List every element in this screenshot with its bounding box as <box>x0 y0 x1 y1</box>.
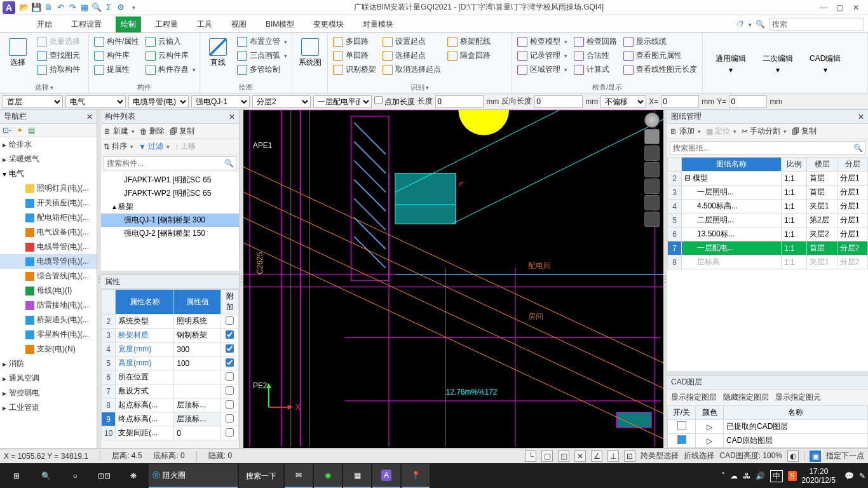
comp-row-sel[interactable]: 强电QJ-1 [钢制桥架 300 <box>101 214 239 227</box>
new-comp[interactable]: 🗎 新建 <box>104 126 135 137</box>
view-iso[interactable] <box>644 162 660 177</box>
maximize-button[interactable]: ▢ <box>836 3 845 12</box>
layer-tab-elem[interactable]: 显示指定图元 <box>775 392 821 403</box>
ptlen-check[interactable]: 点加长度 <box>374 96 415 107</box>
poly-select[interactable]: 折线选择 <box>684 451 714 461</box>
len-input[interactable] <box>435 95 484 108</box>
tray-up[interactable]: ˄ <box>721 471 725 480</box>
save-as-icon[interactable]: 🗎 <box>43 3 53 13</box>
nav-pin-icon[interactable]: ✕ <box>86 112 93 121</box>
snap-7[interactable]: ⊡ <box>624 451 635 462</box>
comp-list[interactable]: JFAPKT-WP1 [明配SC 65 JFAPKT-WP2 [明配SC 65 … <box>101 172 239 271</box>
comp-row[interactable]: JFAPKT-WP2 [明配SC 65 <box>101 187 239 200</box>
nav-sphere[interactable] <box>644 112 660 128</box>
type-select[interactable]: 电缆导管(电) <box>128 95 189 108</box>
redo-icon[interactable]: ↷ <box>67 3 78 13</box>
group-recog-label[interactable]: 识别 <box>328 83 512 92</box>
check-model[interactable]: 检查模型 <box>516 36 569 48</box>
nav-elec-1[interactable]: 开关插座(电)(... <box>0 196 97 210</box>
filter-comp[interactable]: ▼ 过滤 <box>139 141 170 152</box>
tray-net[interactable]: 🖧 <box>743 471 750 480</box>
tab-draw[interactable]: 绘制 <box>116 17 141 32</box>
tray-clock[interactable]: 17:202020/12/5 <box>802 467 839 485</box>
prop-grid[interactable]: 属性名称属性值附加 2系统类型照明系统 3桥架材质钢制桥架 4宽度(mm)300… <box>101 289 239 440</box>
nav-weak[interactable]: ▸ 智控弱电 <box>0 386 97 400</box>
view-linelen[interactable]: 查看线性图元长度 <box>622 64 698 76</box>
record-mgr[interactable]: 记录管理 <box>516 50 569 62</box>
tray-notif[interactable]: 💬 <box>844 471 854 480</box>
set-start[interactable]: 设置起点 <box>381 36 442 48</box>
ribbon-search-input[interactable] <box>769 18 864 30</box>
tab-tools[interactable]: 工具 <box>192 17 217 32</box>
check-loop[interactable]: 检查回路 <box>573 36 618 48</box>
dwg-search[interactable] <box>670 141 865 155</box>
tray-pen[interactable]: ✎ <box>859 471 865 480</box>
view-fit[interactable] <box>644 195 660 210</box>
snap-6[interactable]: ⊥ <box>607 451 619 462</box>
plan-select[interactable]: 一层配电平面图 <box>313 95 372 108</box>
nav-elec-11[interactable]: 支架(电)(N) <box>0 342 97 356</box>
search-icon[interactable]: 🔍 <box>853 144 863 152</box>
nav-elec-6[interactable]: 综合管线(电)(... <box>0 269 97 283</box>
undo-icon[interactable]: ↶ <box>55 3 65 13</box>
box-loop[interactable]: 隔盒回路 <box>446 50 492 62</box>
three-pt-arc[interactable]: 三点画弧 <box>236 50 288 62</box>
hint-icon[interactable]: ▣ <box>810 451 821 462</box>
tab-view[interactable]: 视图 <box>226 17 252 32</box>
close-button[interactable]: ✕ <box>853 3 862 12</box>
pick-component[interactable]: 拾取构件 <box>36 64 81 76</box>
comp-group[interactable]: ▴ 桥架 <box>101 200 239 214</box>
taskview-button[interactable]: ⊡⊡ <box>90 464 118 488</box>
nav-elec[interactable]: ▾ 电气 <box>0 166 97 181</box>
tab-bim[interactable]: BIM模型 <box>261 17 299 32</box>
search-button[interactable]: 🔍 <box>32 464 60 488</box>
rlen-input[interactable] <box>534 95 583 108</box>
cad-viewport[interactable]: X APE1 PE2 C2625 配电间 房间 12.76m%%172 ℯ <box>243 110 663 448</box>
snap-5[interactable]: ∠ <box>591 451 602 462</box>
nav-elec-7[interactable]: 母线(电)(I) <box>0 283 97 298</box>
ribbon-help-icon[interactable]: ◦? <box>736 20 743 29</box>
complist-close[interactable]: ✕ <box>229 112 235 121</box>
app-fan[interactable]: ❋ <box>119 464 147 488</box>
place-riser[interactable]: 布置立管 <box>236 36 288 48</box>
line-button[interactable]: 直线 <box>204 36 232 71</box>
sysdwg-button[interactable]: 系统图 <box>296 36 324 71</box>
dwg-grid[interactable]: 图纸名称比例楼层分层 2⊟ 模型1:1首层分层1 3一层照明...1:1首层分层… <box>667 157 868 371</box>
tray-cloud[interactable]: ☁ <box>730 471 738 480</box>
nav-heat[interactable]: ▸ 采暖燃气 <box>0 152 97 166</box>
view-cube[interactable] <box>644 129 660 144</box>
save-icon[interactable]: 💾 <box>31 3 41 13</box>
cross-type[interactable]: 跨类型选择 <box>641 451 679 461</box>
bright-btn[interactable]: ◐ <box>787 451 799 462</box>
start-button[interactable]: ⊞ <box>3 464 31 488</box>
nav-ind[interactable]: ▸ 工业管道 <box>0 400 97 415</box>
recog-tray[interactable]: 识别桥架 <box>332 64 377 76</box>
del-comp[interactable]: 🗑 删除 <box>140 126 165 137</box>
comp-attr[interactable]: 构件/属性 <box>93 36 140 48</box>
comp-lib[interactable]: 构件库 <box>93 50 140 62</box>
nav-elec-10[interactable]: 零星构件(电)(... <box>0 327 97 342</box>
nav-fire[interactable]: ▸ 消防 <box>0 356 97 371</box>
view-rotate[interactable] <box>644 179 660 194</box>
select-button[interactable]: 选择 <box>4 36 32 71</box>
settings-icon[interactable]: ⚙ <box>116 3 126 13</box>
cad-edit[interactable]: CAD编辑▾ <box>807 51 843 77</box>
common-edit[interactable]: 通用编辑▾ <box>713 51 749 77</box>
minimize-button[interactable]: — <box>820 3 829 12</box>
dwg-add[interactable]: 🗎 添加 <box>670 126 701 137</box>
search-icon[interactable]: 🔍 <box>224 159 234 168</box>
formula[interactable]: 计算式 <box>573 64 618 76</box>
app-360[interactable]: ◉ <box>314 464 342 488</box>
taskbar-search[interactable]: 搜索一下 <box>239 464 283 488</box>
nav-add[interactable]: ✦ <box>17 126 23 135</box>
comp-save[interactable]: 构件存盘 <box>144 64 197 76</box>
region-icon[interactable]: ▦ <box>79 3 90 13</box>
nav-list[interactable]: ▤ <box>28 126 35 135</box>
major-select[interactable]: 电气 <box>65 95 126 108</box>
nav-tree[interactable]: ▸ 给排水 ▸ 采暖燃气 ▾ 电气 照明灯具(电)(... 开关插座(电)(..… <box>0 137 97 448</box>
snap-1[interactable]: └ <box>525 451 536 462</box>
offset-select[interactable]: 不偏移 <box>600 95 646 108</box>
comp-row[interactable]: 强电QJ-2 [钢制桥架 150 <box>101 227 239 240</box>
single-loop[interactable]: 单回路 <box>332 50 377 62</box>
nav-collapse[interactable]: ⊡- <box>3 126 11 135</box>
